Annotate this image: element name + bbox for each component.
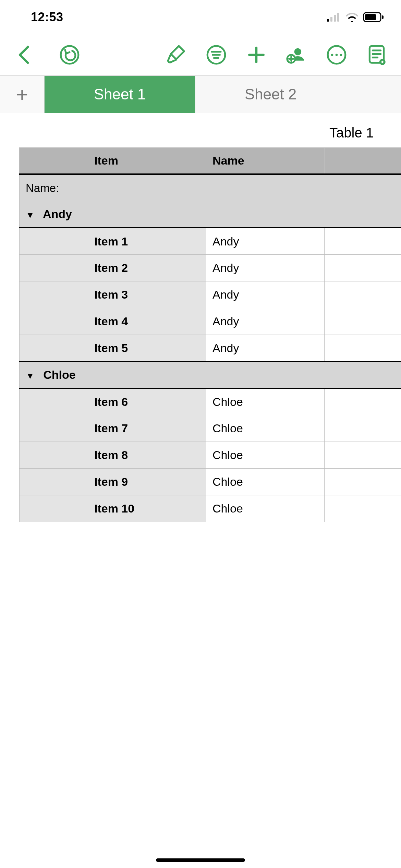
table-header-cell[interactable] xyxy=(20,148,88,174)
wifi-icon xyxy=(345,12,359,22)
item-cell[interactable]: Item 9 xyxy=(88,469,206,495)
table-row[interactable]: Item 5 Andy xyxy=(20,335,401,362)
svg-point-22 xyxy=(340,54,342,56)
empty-cell[interactable] xyxy=(325,255,401,281)
svg-rect-5 xyxy=(365,14,376,20)
table-row[interactable]: Item 10 Chloe xyxy=(20,495,401,522)
name-cell[interactable]: Andy xyxy=(206,335,325,362)
svg-rect-6 xyxy=(382,15,384,19)
table-row[interactable]: Item 1 Andy xyxy=(20,228,401,255)
spreadsheet-table[interactable]: Item Name Name: ▼ Andy Item 1 Andy Item … xyxy=(19,147,401,522)
add-sheet-button[interactable]: + xyxy=(0,76,45,113)
table-row[interactable]: Item 7 Chloe xyxy=(20,415,401,442)
row-header-cell[interactable] xyxy=(20,495,88,522)
item-cell[interactable]: Item 5 xyxy=(88,335,206,362)
table-header-row[interactable]: Item Name xyxy=(20,148,401,174)
empty-cell[interactable] xyxy=(325,469,401,495)
svg-point-21 xyxy=(336,54,338,56)
sheet-tab-1[interactable]: Sheet 1 xyxy=(45,76,195,113)
table-row[interactable]: Item 2 Andy xyxy=(20,255,401,281)
format-brush-button[interactable] xyxy=(166,44,187,65)
item-cell[interactable]: Item 1 xyxy=(88,228,206,255)
category-label-row[interactable]: Name: xyxy=(20,174,401,201)
row-header-cell[interactable] xyxy=(20,308,88,335)
empty-cell[interactable] xyxy=(325,495,401,522)
back-button[interactable] xyxy=(14,44,35,65)
row-header-cell[interactable] xyxy=(20,442,88,469)
svg-rect-0 xyxy=(327,19,329,22)
disclosure-triangle-icon[interactable]: ▼ xyxy=(26,210,35,220)
status-bar: 12:53 xyxy=(0,0,401,34)
sheet-tab-overflow xyxy=(346,76,401,113)
item-cell[interactable]: Item 10 xyxy=(88,495,206,522)
category-group-name: Chloe xyxy=(43,368,75,381)
table-row[interactable]: Item 4 Andy xyxy=(20,308,401,335)
status-time: 12:53 xyxy=(31,10,63,24)
category-group-name: Andy xyxy=(43,207,72,220)
name-cell[interactable]: Chloe xyxy=(206,442,325,469)
row-header-cell[interactable] xyxy=(20,335,88,362)
row-header-cell[interactable] xyxy=(20,388,88,415)
empty-cell[interactable] xyxy=(325,308,401,335)
plus-icon: + xyxy=(16,83,28,106)
sheet-tab-label: Sheet 1 xyxy=(94,86,146,103)
svg-rect-2 xyxy=(334,15,336,22)
category-field-label: Name: xyxy=(20,174,401,201)
svg-point-29 xyxy=(381,61,384,63)
item-cell[interactable]: Item 2 xyxy=(88,255,206,281)
row-header-cell[interactable] xyxy=(20,415,88,442)
table-header-cell[interactable]: Name xyxy=(206,148,325,174)
status-indicators xyxy=(327,12,384,22)
name-cell[interactable]: Andy xyxy=(206,228,325,255)
svg-rect-1 xyxy=(330,17,332,22)
name-cell[interactable]: Chloe xyxy=(206,469,325,495)
table-header-cell[interactable]: Item xyxy=(88,148,206,174)
item-cell[interactable]: Item 4 xyxy=(88,308,206,335)
empty-cell[interactable] xyxy=(325,442,401,469)
row-header-cell[interactable] xyxy=(20,469,88,495)
item-cell[interactable]: Item 7 xyxy=(88,415,206,442)
name-cell[interactable]: Andy xyxy=(206,308,325,335)
category-group-row[interactable]: ▼ Andy xyxy=(20,201,401,228)
home-indicator[interactable] xyxy=(156,858,245,862)
name-cell[interactable]: Chloe xyxy=(206,415,325,442)
table-row[interactable]: Item 3 Andy xyxy=(20,281,401,308)
category-group-row[interactable]: ▼ Chloe xyxy=(20,362,401,388)
item-cell[interactable]: Item 6 xyxy=(88,388,206,415)
row-header-cell[interactable] xyxy=(20,228,88,255)
table-title[interactable]: Table 1 xyxy=(0,113,401,147)
battery-icon xyxy=(363,12,384,22)
empty-cell[interactable] xyxy=(325,335,401,362)
name-cell[interactable]: Andy xyxy=(206,255,325,281)
empty-cell[interactable] xyxy=(325,388,401,415)
table-header-cell[interactable] xyxy=(325,148,401,174)
table-row[interactable]: Item 9 Chloe xyxy=(20,469,401,495)
row-header-cell[interactable] xyxy=(20,281,88,308)
svg-rect-3 xyxy=(337,13,339,22)
table-row[interactable]: Item 6 Chloe xyxy=(20,388,401,415)
cellular-signal-icon xyxy=(327,13,341,22)
filter-button[interactable] xyxy=(206,44,227,65)
svg-point-20 xyxy=(331,54,333,56)
sheet-tabs: + Sheet 1 Sheet 2 xyxy=(0,75,401,113)
more-button[interactable] xyxy=(326,44,347,65)
name-cell[interactable]: Andy xyxy=(206,281,325,308)
reading-view-button[interactable] xyxy=(366,44,387,65)
disclosure-triangle-icon[interactable]: ▼ xyxy=(26,371,35,381)
row-header-cell[interactable] xyxy=(20,255,88,281)
table-row[interactable]: Item 8 Chloe xyxy=(20,442,401,469)
empty-cell[interactable] xyxy=(325,228,401,255)
empty-cell[interactable] xyxy=(325,281,401,308)
undo-button[interactable] xyxy=(59,44,80,65)
name-cell[interactable]: Chloe xyxy=(206,495,325,522)
collaborate-button[interactable] xyxy=(286,44,307,65)
sheet-tab-label: Sheet 2 xyxy=(245,86,297,103)
insert-button[interactable] xyxy=(246,44,267,65)
svg-point-14 xyxy=(294,48,302,56)
name-cell[interactable]: Chloe xyxy=(206,388,325,415)
empty-cell[interactable] xyxy=(325,415,401,442)
item-cell[interactable]: Item 3 xyxy=(88,281,206,308)
item-cell[interactable]: Item 8 xyxy=(88,442,206,469)
sheet-tab-2[interactable]: Sheet 2 xyxy=(195,76,346,113)
toolbar xyxy=(0,34,401,75)
